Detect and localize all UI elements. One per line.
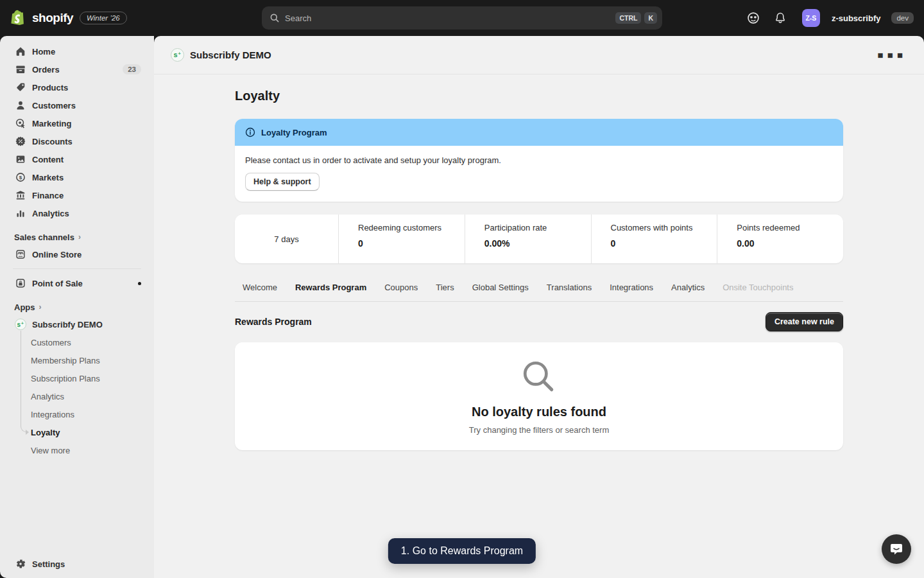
create-new-rule-button[interactable]: Create new rule xyxy=(766,312,843,331)
sidebar-item-subscribfy-app[interactable]: s⁺ Subscribfy DEMO xyxy=(8,315,146,333)
tab-coupons[interactable]: Coupons xyxy=(377,276,425,301)
empty-state-card: No loyalty rules found Try changing the … xyxy=(235,342,843,450)
subscribfy-app-icon: s⁺ xyxy=(171,48,184,62)
sidebar-item-finance[interactable]: Finance xyxy=(8,186,146,204)
app-page-title: Subscribfy DEMO xyxy=(190,49,271,60)
sidebar-subitem-membership-plans[interactable]: Membership Plans xyxy=(8,351,146,369)
sidebar-item-label: Point of Sale xyxy=(32,279,83,288)
shopify-bag-icon xyxy=(10,9,27,27)
sidebar-item-marketing[interactable]: Marketing xyxy=(8,114,146,132)
sidebar-item-analytics[interactable]: Analytics xyxy=(8,204,146,222)
pos-icon xyxy=(14,277,27,289)
sidebar-item-label: Analytics xyxy=(32,209,69,218)
sidebar-subitem-customers[interactable]: Customers xyxy=(8,333,146,351)
stat-participation-rate: Participation rate 0.00% xyxy=(465,215,592,263)
sidebar-subitem-analytics[interactable]: Analytics xyxy=(8,387,146,405)
page-title: Loyalty xyxy=(235,89,843,103)
loyalty-tabs: Welcome Rewards Program Coupons Tiers Gl… xyxy=(235,276,843,302)
sidebar-item-point-of-sale[interactable]: Point of Sale xyxy=(8,274,146,292)
search-input[interactable]: Search CTRL K xyxy=(262,6,662,30)
svg-text:$: $ xyxy=(19,175,22,180)
shopify-logo-text: shopify xyxy=(32,11,73,25)
store-avatar[interactable]: Z-S xyxy=(802,9,820,27)
sales-channels-label: Sales channels xyxy=(14,232,74,242)
sidebar-item-label: Marketing xyxy=(32,119,71,128)
sidekick-icon xyxy=(746,11,760,25)
topbar-right: Z-S z-subscribfy dev xyxy=(743,8,914,28)
sidebar-item-label: Home xyxy=(32,47,55,57)
info-icon xyxy=(244,127,256,138)
chat-bubble-icon xyxy=(889,541,904,557)
main-pane: s⁺ Subscribfy DEMO ■ ■ ■ Loyalty Loyalty… xyxy=(154,36,924,578)
markets-icon: $ xyxy=(14,171,27,183)
sidebar-item-label: Markets xyxy=(32,173,64,182)
products-icon xyxy=(14,82,27,93)
shortcut-key-ctrl: CTRL xyxy=(615,12,641,24)
tab-global-settings[interactable]: Global Settings xyxy=(465,276,536,301)
sidebar-item-label: Discounts xyxy=(32,137,73,146)
marketing-icon xyxy=(14,118,27,129)
home-icon xyxy=(14,46,27,57)
sidebar-item-home[interactable]: Home xyxy=(8,42,146,60)
app-page-header: s⁺ Subscribfy DEMO ■ ■ ■ xyxy=(154,36,924,74)
sidebar-subitem-subscription-plans[interactable]: Subscription Plans xyxy=(8,369,146,387)
chat-launcher-button[interactable] xyxy=(882,534,911,564)
tour-step-tooltip[interactable]: 1. Go to Rewards Program xyxy=(388,538,536,564)
notification-dot xyxy=(138,282,141,285)
empty-state-subtitle: Try changing the filters or search term xyxy=(469,425,609,435)
notifications-button[interactable] xyxy=(770,8,791,28)
tab-integrations[interactable]: Integrations xyxy=(602,276,661,301)
sidebar-item-settings[interactable]: Settings xyxy=(8,555,146,573)
sidebar-item-orders[interactable]: Orders 23 xyxy=(8,60,146,78)
banner-message: Please contact us in order to activate a… xyxy=(245,155,833,165)
customers-icon xyxy=(14,100,27,111)
sidebar-section-sales-channels[interactable]: Sales channels › xyxy=(8,229,146,245)
main-content: Loyalty Loyalty Program Please contact u… xyxy=(154,74,924,578)
sidebar-section-apps[interactable]: Apps › xyxy=(8,299,146,315)
sidebar-spacer xyxy=(8,459,146,555)
more-actions-button[interactable]: ■ ■ ■ xyxy=(873,47,907,63)
rewards-section-header: Rewards Program Create new rule xyxy=(235,310,843,333)
sidebar-subitem-loyalty[interactable]: Loyalty xyxy=(8,423,146,441)
sidebar-item-label: Subscribfy DEMO xyxy=(32,320,103,329)
sidebar: Home Orders 23 Products Customers Market… xyxy=(0,36,154,578)
app-frame: Home Orders 23 Products Customers Market… xyxy=(0,36,924,578)
app-sublist: Customers Membership Plans Subscription … xyxy=(8,333,146,459)
analytics-icon xyxy=(14,207,27,219)
sidebar-item-discounts[interactable]: Discounts xyxy=(8,132,146,150)
apps-label: Apps xyxy=(14,302,35,312)
empty-state-title: No loyalty rules found xyxy=(472,405,606,419)
sidebar-item-label: Content xyxy=(32,155,64,164)
tab-tiers[interactable]: Tiers xyxy=(428,276,461,301)
sidebar-item-customers[interactable]: Customers xyxy=(8,96,146,114)
search-icon xyxy=(270,13,280,23)
sidebar-item-label: Orders xyxy=(32,65,60,74)
stat-redeeming-customers: Redeeming customers 0 xyxy=(339,215,465,263)
store-name[interactable]: z-subscribfy xyxy=(832,13,881,23)
chevron-right-icon: › xyxy=(39,302,42,311)
content-icon xyxy=(14,153,27,165)
sidebar-item-content[interactable]: Content xyxy=(8,150,146,168)
tab-analytics[interactable]: Analytics xyxy=(663,276,712,301)
shopify-logo[interactable]: shopify xyxy=(10,9,73,27)
sidebar-item-markets[interactable]: $ Markets xyxy=(8,168,146,186)
tab-translations[interactable]: Translations xyxy=(539,276,599,301)
topbar: shopify Winter ’26 Search CTRL K Z-S z-s… xyxy=(0,0,924,36)
sidebar-item-label: Products xyxy=(32,83,68,92)
subscribfy-app-icon: s⁺ xyxy=(15,319,26,330)
env-badge: dev xyxy=(891,12,914,24)
help-support-button[interactable]: Help & support xyxy=(245,173,320,191)
gear-icon xyxy=(14,558,27,570)
sidekick-button[interactable] xyxy=(743,8,764,28)
tab-welcome[interactable]: Welcome xyxy=(235,276,285,301)
shortcut-key-k: K xyxy=(644,12,657,24)
sidebar-item-products[interactable]: Products xyxy=(8,78,146,96)
sidebar-item-label: Online Store xyxy=(32,250,81,259)
section-title: Rewards Program xyxy=(235,317,312,327)
tab-rewards-program[interactable]: Rewards Program xyxy=(287,276,374,301)
release-badge: Winter ’26 xyxy=(80,12,127,24)
sidebar-subitem-view-more[interactable]: View more xyxy=(8,441,146,459)
sidebar-item-label: Finance xyxy=(32,191,64,200)
sidebar-item-online-store[interactable]: Online Store xyxy=(8,245,146,263)
sidebar-subitem-integrations[interactable]: Integrations xyxy=(8,405,146,423)
